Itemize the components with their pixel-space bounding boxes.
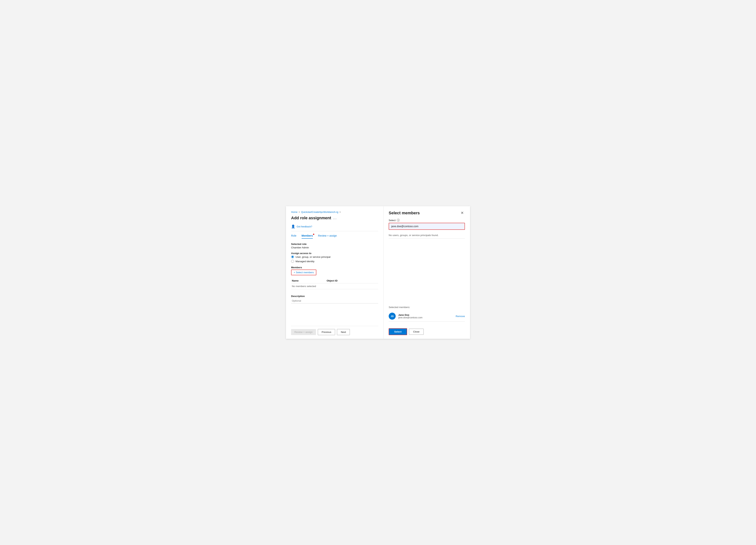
member-email: jane.doe@contoso.com: [398, 316, 453, 319]
select-members-button[interactable]: + Select members: [291, 270, 316, 275]
tab-review-assign[interactable]: Review + assign: [318, 234, 337, 239]
members-label: Members: [291, 266, 378, 269]
select-button[interactable]: Select: [389, 328, 407, 335]
tabs: Role Members Review + assign: [291, 234, 378, 239]
description-label: Description: [291, 295, 378, 298]
close-button[interactable]: Close: [409, 329, 424, 335]
tab-role[interactable]: Role: [291, 234, 296, 239]
next-button[interactable]: Next: [337, 329, 350, 335]
radio-user[interactable]: User, group, or service principal: [291, 255, 378, 258]
close-panel-button[interactable]: ✕: [460, 211, 465, 215]
review-assign-button: Review + assign: [291, 329, 316, 335]
no-members-cell: No members selected: [291, 283, 378, 289]
breadcrumb-home[interactable]: Home: [291, 211, 298, 213]
member-name: Jane Doe: [398, 314, 453, 316]
description-section: Description: [291, 295, 378, 303]
selected-members-label: Selected members:: [389, 306, 465, 309]
feedback-icon: 👤: [291, 224, 295, 228]
members-tab-dot: [313, 234, 314, 235]
search-input[interactable]: [389, 223, 465, 230]
breadcrumb-sep1: >: [299, 211, 300, 213]
tab-members[interactable]: Members: [302, 234, 313, 239]
members-section: Members + Select members Name Object ID …: [291, 266, 378, 293]
remove-member-button[interactable]: Remove: [456, 315, 465, 318]
radio-user-input[interactable]: [291, 255, 294, 258]
select-label: Select: [389, 219, 396, 222]
selected-role-section: Selected role Chamber Admin: [291, 243, 378, 252]
radio-managed[interactable]: Managed identity: [291, 260, 378, 263]
page-title: Add role assignment: [291, 216, 331, 220]
breadcrumb-rg[interactable]: QuickstartCreateHpcWorkbench-rg: [301, 211, 338, 213]
table-header-row: Name Object ID: [291, 278, 378, 283]
left-panel: Home > QuickstartCreateHpcWorkbench-rg >…: [286, 206, 384, 339]
col-object-id: Object ID: [326, 278, 378, 283]
radio-managed-label: Managed identity: [296, 260, 314, 263]
no-results-text: No users, groups, or service principals …: [389, 232, 465, 239]
member-row: JD Jane Doe jane.doe@contoso.com Remove: [389, 311, 465, 322]
col-name: Name: [291, 278, 326, 283]
radio-user-label: User, group, or service principal: [296, 256, 330, 258]
radio-group: User, group, or service principal Manage…: [291, 255, 378, 263]
table-row: No members selected: [291, 283, 378, 289]
right-bottom-bar: Select Close: [389, 325, 465, 335]
breadcrumb: Home > QuickstartCreateHpcWorkbench-rg >: [291, 211, 378, 213]
info-icon: ℹ: [397, 219, 400, 222]
avatar: JD: [389, 313, 396, 320]
member-info: Jane Doe jane.doe@contoso.com: [398, 314, 453, 319]
panel-title: Select members: [389, 211, 420, 215]
page-title-row: Add role assignment ...: [291, 216, 378, 220]
assign-access-label: Assign access to: [291, 252, 378, 255]
assign-access-section: Assign access to User, group, or service…: [291, 252, 378, 266]
panel-header: Select members ✕: [389, 211, 465, 215]
right-panel: Select members ✕ Select ℹ No users, grou…: [384, 206, 470, 339]
selected-members-section: Selected members: JD Jane Doe jane.doe@c…: [389, 306, 465, 322]
feedback-bar[interactable]: 👤 Got feedback?: [291, 223, 378, 231]
previous-button[interactable]: Previous: [318, 329, 335, 335]
description-input[interactable]: [291, 298, 378, 303]
feedback-label: Got feedback?: [297, 225, 312, 228]
selected-role-label: Selected role: [291, 243, 378, 245]
more-options-icon[interactable]: ...: [333, 216, 337, 220]
breadcrumb-sep2: >: [339, 211, 341, 213]
radio-managed-input[interactable]: [291, 260, 294, 263]
selected-role-value: Chamber Admin: [291, 246, 378, 249]
bottom-bar: Review + assign Previous Next: [291, 326, 378, 335]
select-label-row: Select ℹ: [389, 219, 465, 222]
members-table: Name Object ID No members selected: [291, 278, 378, 289]
